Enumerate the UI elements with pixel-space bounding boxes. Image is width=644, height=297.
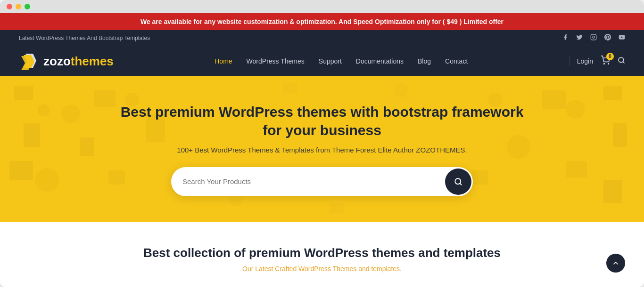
nav-divider <box>569 56 570 66</box>
nav-link-blog[interactable]: Blog <box>418 57 431 65</box>
svg-rect-21 <box>603 86 622 100</box>
mac-window-chrome <box>0 0 644 13</box>
cart-badge: 0 <box>606 53 614 60</box>
nav-link-wordpress-themes[interactable]: WordPress Themes <box>247 57 305 65</box>
announcement-text: We are available for any website customi… <box>140 18 504 25</box>
nav-item-home[interactable]: Home <box>215 57 232 65</box>
nav-item-support[interactable]: Support <box>319 57 342 65</box>
hero-section: Best premium WordPress themes with boots… <box>0 76 644 222</box>
search-input[interactable] <box>171 170 444 193</box>
logo-text: zozothemes <box>43 54 114 69</box>
nav-item-documentations[interactable]: Documentations <box>356 57 404 65</box>
instagram-icon[interactable] <box>590 34 597 42</box>
nav-links: Home WordPress Themes Support Documentat… <box>215 57 468 65</box>
mac-maximize-dot[interactable] <box>25 4 30 9</box>
below-hero-subtitle-text: and templates. <box>356 265 402 273</box>
nav-item-wordpress-themes[interactable]: WordPress Themes <box>247 57 305 65</box>
svg-rect-10 <box>14 86 33 100</box>
mac-minimize-dot[interactable] <box>16 4 21 9</box>
below-hero-section: Best collection of premium WordPress the… <box>0 222 644 287</box>
login-link[interactable]: Login <box>577 57 593 65</box>
svg-rect-26 <box>566 161 587 177</box>
svg-rect-27 <box>603 180 622 203</box>
svg-line-35 <box>460 183 461 185</box>
svg-point-7 <box>608 63 609 64</box>
svg-rect-18 <box>9 161 33 180</box>
nav-item-blog[interactable]: Blog <box>418 57 431 65</box>
svg-rect-30 <box>283 83 297 93</box>
facebook-icon[interactable] <box>562 34 569 42</box>
nav-search-icon[interactable] <box>618 56 625 66</box>
svg-rect-11 <box>38 104 50 116</box>
nav-link-home[interactable]: Home <box>215 57 232 65</box>
svg-rect-15 <box>80 137 94 156</box>
below-hero-title: Best collection of premium WordPress the… <box>19 246 625 260</box>
search-submit-button[interactable] <box>445 169 471 195</box>
main-nav: zozothemes Home WordPress Themes Support… <box>0 46 644 76</box>
pinterest-icon[interactable] <box>604 34 611 42</box>
secondary-nav: Latest WordPress Themes And Bootstrap Te… <box>0 30 644 46</box>
svg-rect-0 <box>591 34 596 40</box>
below-hero-subtitle: Our Latest Crafted WordPress Themes and … <box>19 265 625 273</box>
announcement-bar: We are available for any website customi… <box>0 13 644 30</box>
svg-rect-12 <box>24 123 40 147</box>
svg-rect-23 <box>542 90 566 109</box>
youtube-icon[interactable] <box>619 34 625 42</box>
secondary-nav-tagline: Latest WordPress Themes And Bootstrap Te… <box>19 35 150 41</box>
below-hero-link[interactable]: Our Latest Crafted WordPress Themes <box>242 265 356 273</box>
svg-point-33 <box>394 83 408 97</box>
nav-actions: Login 0 <box>569 56 625 67</box>
hero-subtitle: 100+ Best WordPress Themes & Templates f… <box>110 146 534 154</box>
mac-close-dot[interactable] <box>7 4 12 9</box>
social-icons-group <box>562 34 625 42</box>
logo[interactable]: zozothemes <box>19 51 114 71</box>
svg-point-22 <box>566 100 585 119</box>
svg-point-6 <box>604 63 605 64</box>
svg-line-9 <box>623 62 624 63</box>
nav-link-documentations[interactable]: Documentations <box>356 57 404 65</box>
search-submit-icon <box>454 177 462 186</box>
svg-rect-24 <box>613 123 627 147</box>
nav-item-contact[interactable]: Contact <box>445 57 468 65</box>
svg-rect-31 <box>330 203 344 213</box>
nav-link-support[interactable]: Support <box>319 57 342 65</box>
scroll-top-icon <box>612 259 619 267</box>
search-bar <box>171 167 473 196</box>
twitter-icon[interactable] <box>576 34 583 42</box>
nav-link-contact[interactable]: Contact <box>445 57 468 65</box>
cart-button[interactable]: 0 <box>601 56 610 67</box>
hero-content: Best premium WordPress themes with boots… <box>110 103 534 196</box>
svg-point-13 <box>61 104 80 123</box>
hero-title: Best premium WordPress themes with boots… <box>110 103 534 139</box>
logo-icon <box>19 51 39 71</box>
scroll-top-button[interactable] <box>606 254 625 273</box>
svg-point-19 <box>35 168 59 192</box>
